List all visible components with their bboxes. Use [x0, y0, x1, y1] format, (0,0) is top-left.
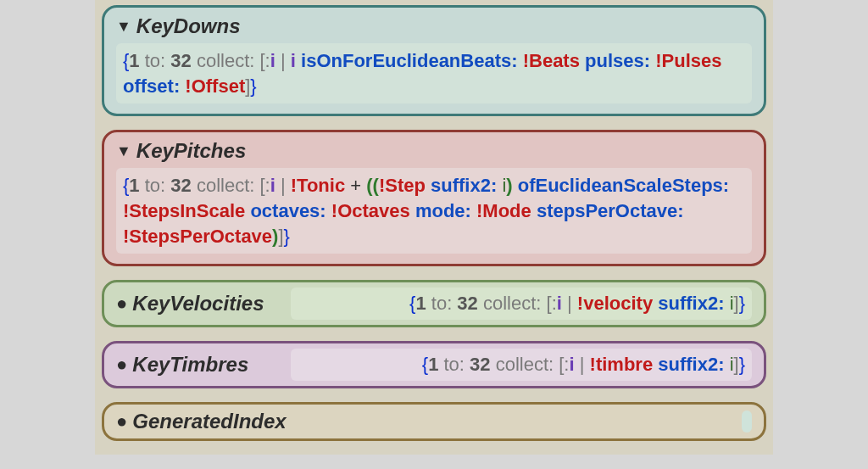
code-block[interactable]: {1 to: 32 collect: [:i | !timbre suffix2… — [291, 349, 752, 381]
card-keytimbres[interactable]: ● KeyTimbres {1 to: 32 collect: [:i | !t… — [102, 341, 766, 388]
card-title: GeneratedIndex — [132, 410, 286, 433]
card-keyvelocities[interactable]: ● KeyVelocities {1 to: 32 collect: [:i |… — [102, 280, 766, 327]
card-header[interactable]: ▼ KeyDowns — [116, 14, 752, 38]
code-block[interactable]: {1 to: 32 collect: [:i | i isOnForEuclid… — [116, 43, 752, 103]
card-header[interactable]: ● GeneratedIndex — [116, 410, 287, 433]
card-title: KeyTimbres — [132, 353, 248, 377]
card-keypitches[interactable]: ▼ KeyPitches {1 to: 32 collect: [:i | !T… — [102, 130, 766, 266]
code-block[interactable]: {1 to: 32 collect: [:i | !velocity suffi… — [291, 288, 752, 320]
card-header[interactable]: ● KeyTimbres — [116, 353, 277, 377]
card-keydowns[interactable]: ▼ KeyDowns {1 to: 32 collect: [:i | i is… — [102, 5, 766, 116]
bullet-icon[interactable]: ● — [116, 355, 127, 374]
bullet-icon[interactable]: ● — [116, 412, 127, 431]
bullet-icon[interactable]: ● — [116, 294, 127, 313]
card-title: KeyVelocities — [132, 292, 264, 315]
card-title: KeyPitches — [136, 139, 246, 163]
value-handle[interactable] — [742, 410, 752, 433]
panel: ▼ KeyDowns {1 to: 32 collect: [:i | i is… — [95, 0, 773, 455]
card-generatedindex[interactable]: ● GeneratedIndex — [102, 402, 766, 441]
disclosure-triangle-icon[interactable]: ▼ — [116, 142, 131, 160]
card-header[interactable]: ● KeyVelocities — [116, 292, 277, 315]
code-block[interactable]: {1 to: 32 collect: [:i | !Tonic + ((!Ste… — [116, 168, 752, 254]
disclosure-triangle-icon[interactable]: ▼ — [116, 18, 131, 36]
card-title: KeyDowns — [136, 14, 241, 38]
card-header[interactable]: ▼ KeyPitches — [116, 139, 752, 163]
